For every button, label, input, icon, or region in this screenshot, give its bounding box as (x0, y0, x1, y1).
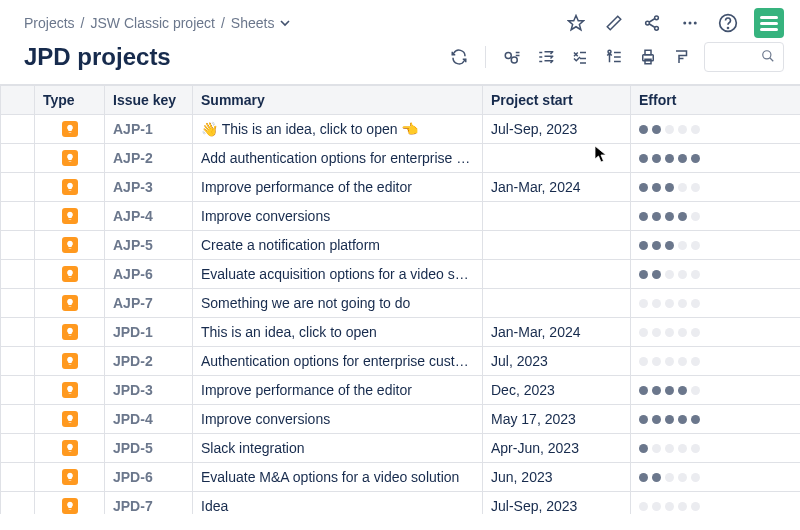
table-row[interactable]: AJP-1👋 This is an idea, click to open 👈J… (1, 115, 801, 144)
summary-cell[interactable]: Improve performance of the editor (193, 173, 483, 202)
summary-cell[interactable]: 👋 This is an idea, click to open 👈 (193, 115, 483, 144)
effort-cell[interactable] (631, 405, 801, 434)
project-start-cell[interactable]: Jan-Mar, 2024 (483, 173, 631, 202)
project-start-cell[interactable]: Jul-Sep, 2023 (483, 492, 631, 515)
summary-cell[interactable]: Slack integration (193, 434, 483, 463)
issue-key[interactable]: JPD-1 (105, 318, 193, 347)
effort-dot (691, 125, 700, 134)
search-input[interactable] (705, 43, 783, 71)
edit-icon[interactable] (602, 11, 626, 35)
col-summary[interactable]: Summary (193, 86, 483, 115)
table-row[interactable]: AJP-6Evaluate acquisition options for a … (1, 260, 801, 289)
effort-cell[interactable] (631, 144, 801, 173)
issue-key[interactable]: JPD-6 (105, 463, 193, 492)
issue-key[interactable]: JPD-5 (105, 434, 193, 463)
issue-key[interactable]: JPD-2 (105, 347, 193, 376)
table-row[interactable]: AJP-3Improve performance of the editorJa… (1, 173, 801, 202)
effort-dot (678, 328, 687, 337)
breadcrumb-project[interactable]: JSW Classic project (90, 15, 214, 31)
summary-cell[interactable]: Create a notification platform (193, 231, 483, 260)
app-logo[interactable] (754, 8, 784, 38)
project-start-cell[interactable]: Jul-Sep, 2023 (483, 115, 631, 144)
more-icon[interactable] (678, 11, 702, 35)
chevron-down-icon[interactable] (280, 15, 290, 31)
effort-dot (639, 154, 648, 163)
project-start-cell[interactable] (483, 231, 631, 260)
issue-key[interactable]: JPD-4 (105, 405, 193, 434)
col-key[interactable]: Issue key (105, 86, 193, 115)
project-start-cell[interactable]: May 17, 2023 (483, 405, 631, 434)
project-start-cell[interactable] (483, 289, 631, 318)
issue-key[interactable]: AJP-3 (105, 173, 193, 202)
effort-cell[interactable] (631, 289, 801, 318)
table-row[interactable]: AJP-4Improve conversions (1, 202, 801, 231)
project-start-cell[interactable]: Apr-Jun, 2023 (483, 434, 631, 463)
summary-cell[interactable]: Evaluate M&A options for a video solutio… (193, 463, 483, 492)
col-gutter (1, 86, 35, 115)
project-start-cell[interactable] (483, 144, 631, 173)
sort-icon[interactable] (602, 45, 626, 69)
summary-cell[interactable]: Improve conversions (193, 202, 483, 231)
effort-dot (691, 241, 700, 250)
issue-key[interactable]: AJP-1 (105, 115, 193, 144)
summary-cell[interactable]: Evaluate acquisition options for a video… (193, 260, 483, 289)
breadcrumb-projects[interactable]: Projects (24, 15, 75, 31)
effort-cell[interactable] (631, 231, 801, 260)
effort-cell[interactable] (631, 318, 801, 347)
table-row[interactable]: AJP-5Create a notification platform (1, 231, 801, 260)
col-start[interactable]: Project start (483, 86, 631, 115)
summary-cell[interactable]: Improve conversions (193, 405, 483, 434)
effort-cell[interactable] (631, 347, 801, 376)
refresh-icon[interactable] (447, 45, 471, 69)
summary-cell[interactable]: Add authentication options for enterpris… (193, 144, 483, 173)
project-start-cell[interactable]: Dec, 2023 (483, 376, 631, 405)
issue-key[interactable]: AJP-5 (105, 231, 193, 260)
issue-key[interactable]: AJP-6 (105, 260, 193, 289)
table-row[interactable]: JPD-7IdeaJul-Sep, 2023 (1, 492, 801, 515)
fields-icon[interactable] (500, 45, 524, 69)
table-row[interactable]: JPD-1This is an idea, click to openJan-M… (1, 318, 801, 347)
print-icon[interactable] (636, 45, 660, 69)
table-row[interactable]: JPD-6Evaluate M&A options for a video so… (1, 463, 801, 492)
search-box[interactable] (704, 42, 784, 72)
effort-cell[interactable] (631, 434, 801, 463)
issue-key[interactable]: AJP-2 (105, 144, 193, 173)
col-effort[interactable]: Effort (631, 86, 801, 115)
issue-key[interactable]: JPD-7 (105, 492, 193, 515)
effort-cell[interactable] (631, 115, 801, 144)
project-start-cell[interactable] (483, 202, 631, 231)
issue-key[interactable]: AJP-7 (105, 289, 193, 318)
table-row[interactable]: JPD-3Improve performance of the editorDe… (1, 376, 801, 405)
effort-cell[interactable] (631, 202, 801, 231)
breadcrumb-view[interactable]: Sheets (231, 15, 275, 31)
summary-cell[interactable]: This is an idea, click to open (193, 318, 483, 347)
summary-cell[interactable]: Authentication options for enterprise cu… (193, 347, 483, 376)
effort-cell[interactable] (631, 173, 801, 202)
effort-cell[interactable] (631, 260, 801, 289)
table-row[interactable]: JPD-2Authentication options for enterpri… (1, 347, 801, 376)
project-start-cell[interactable]: Jan-Mar, 2024 (483, 318, 631, 347)
issue-key[interactable]: AJP-4 (105, 202, 193, 231)
project-start-cell[interactable] (483, 260, 631, 289)
project-start-cell[interactable]: Jul, 2023 (483, 347, 631, 376)
col-type[interactable]: Type (35, 86, 105, 115)
effort-cell[interactable] (631, 376, 801, 405)
effort-dot (678, 415, 687, 424)
summary-cell[interactable]: Improve performance of the editor (193, 376, 483, 405)
star-icon[interactable] (564, 11, 588, 35)
table-row[interactable]: AJP-2Add authentication options for ente… (1, 144, 801, 173)
summary-cell[interactable]: Idea (193, 492, 483, 515)
effort-cell[interactable] (631, 463, 801, 492)
group-icon[interactable] (534, 45, 558, 69)
table-row[interactable]: JPD-5Slack integrationApr-Jun, 2023 (1, 434, 801, 463)
share-icon[interactable] (640, 11, 664, 35)
effort-cell[interactable] (631, 492, 801, 515)
table-row[interactable]: JPD-4Improve conversionsMay 17, 2023 (1, 405, 801, 434)
table-row[interactable]: AJP-7Something we are not going to do (1, 289, 801, 318)
project-start-cell[interactable]: Jun, 2023 (483, 463, 631, 492)
format-icon[interactable] (670, 45, 694, 69)
filter-check-icon[interactable] (568, 45, 592, 69)
summary-cell[interactable]: Something we are not going to do (193, 289, 483, 318)
issue-key[interactable]: JPD-3 (105, 376, 193, 405)
help-icon[interactable] (716, 11, 740, 35)
